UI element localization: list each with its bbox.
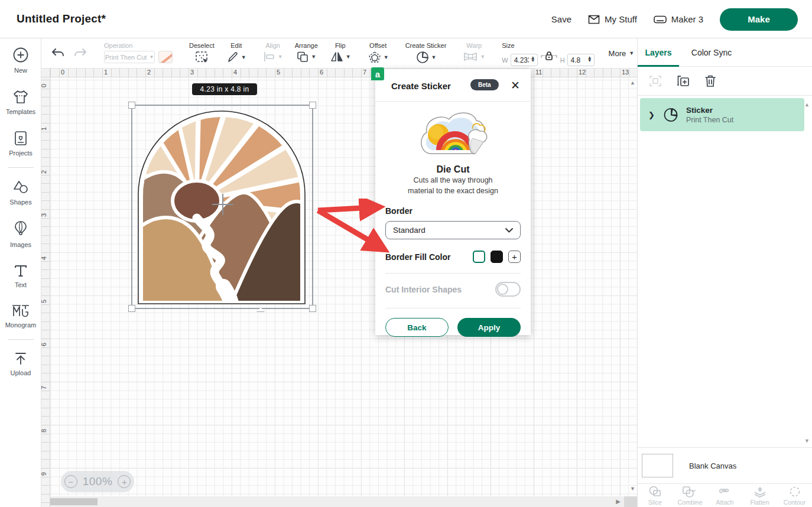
deselect-icon (194, 51, 209, 64)
scroll-up-icon[interactable]: ▲ (630, 80, 635, 86)
sidebar-item-templates[interactable]: Templates (0, 81, 41, 122)
fill-color-swatch-white[interactable] (473, 251, 485, 263)
sidebar-item-shapes[interactable]: Shapes (0, 171, 41, 213)
zoom-out-button[interactable]: − (64, 475, 77, 488)
redo-button[interactable] (73, 47, 87, 59)
align-button[interactable]: Align ▼ (257, 38, 289, 68)
scroll-right-icon[interactable]: ▶ (616, 498, 621, 505)
design-canvas[interactable]: 012345678910111213 0123456789 (41, 69, 637, 507)
border-dropdown[interactable]: Standard (385, 221, 521, 239)
tab-layers[interactable]: Layers (638, 38, 679, 66)
attach-button[interactable]: Attach (707, 484, 742, 507)
selection-handle-bottom-left[interactable] (128, 305, 135, 312)
projects-icon (13, 130, 28, 147)
group-icon[interactable] (648, 74, 662, 88)
size-lock-icon[interactable] (540, 51, 558, 66)
ruler-number: 0 (41, 84, 47, 87)
make-button[interactable]: Make (720, 8, 798, 31)
flatten-button[interactable]: Flatten (742, 484, 777, 507)
undo-button[interactable] (51, 47, 65, 59)
die-cut-illustration (418, 109, 488, 163)
more-button[interactable]: More▼ (600, 38, 643, 68)
canvas-background-row[interactable]: Blank Canvas (638, 447, 812, 483)
selection-handle-top-right[interactable] (309, 102, 316, 109)
ruler-number: 2 (41, 170, 47, 174)
ruler-number: 1 (41, 127, 47, 131)
deselect-button[interactable]: Deselect (183, 38, 220, 68)
sidebar-item-text[interactable]: Text (0, 255, 41, 295)
duplicate-icon[interactable] (676, 74, 690, 88)
sidebar-item-monogram[interactable]: Monogram (0, 295, 41, 336)
delete-icon[interactable] (704, 74, 717, 88)
flip-icon (330, 51, 344, 63)
ruler-number: 7 (41, 386, 47, 389)
ruler-number: 1 (104, 69, 108, 76)
ruler-number: 4 (233, 69, 237, 76)
contour-button[interactable]: Contour (777, 484, 812, 507)
offset-button[interactable]: Offset ▼ (362, 38, 395, 68)
sidebar-item-images[interactable]: Images (0, 213, 41, 255)
border-dropdown-value: Standard (393, 226, 426, 235)
selection-handle-top-left[interactable] (128, 102, 135, 109)
ruler-number: 3 (41, 213, 47, 217)
top-header: Untitled Project* Save My Stuff Maker 3 … (0, 0, 812, 38)
canvas-horizontal-scrollbar[interactable]: ▶ (50, 496, 629, 507)
layers-panel: Layers Color Sync ❯ Sticker Print Then C… (637, 38, 812, 507)
align-icon (263, 51, 276, 63)
create-sticker-panel: a Create Sticker Beta ✕ Die Cut Cuts all… (375, 69, 531, 335)
list-scroll-up-icon[interactable]: ▲ (804, 102, 810, 108)
width-stepper[interactable]: ▲▼ (531, 56, 535, 62)
add-color-button[interactable]: + (508, 251, 521, 263)
operation-color-swatch[interactable] (158, 51, 173, 63)
edit-button[interactable]: Edit ▼ (220, 38, 252, 68)
text-icon (13, 263, 28, 278)
images-icon (13, 220, 28, 238)
project-title: Untitled Project* (17, 12, 106, 25)
selection-handle-bottom-right[interactable] (309, 305, 316, 312)
monogram-icon (11, 303, 30, 318)
shapes-icon (12, 179, 30, 196)
flip-button[interactable]: Flip ▼ (324, 38, 357, 68)
create-sticker-button[interactable]: Create Sticker ▼ (399, 38, 453, 68)
close-icon[interactable]: ✕ (509, 79, 522, 92)
extension-icon[interactable]: a (371, 67, 384, 80)
height-stepper[interactable]: ▲▼ (587, 56, 592, 62)
machine-selector[interactable]: Maker 3 (654, 14, 703, 24)
sidebar-item-upload[interactable]: Upload (0, 343, 41, 384)
ruler-number: 9 (41, 472, 47, 476)
canvas-color-swatch[interactable] (642, 454, 673, 477)
scrollbar-thumb[interactable] (50, 498, 98, 505)
zoom-in-button[interactable]: + (118, 475, 131, 488)
list-scroll-down-icon[interactable]: ▼ (804, 438, 810, 444)
vertical-ruler: 0123456789 (41, 77, 50, 507)
save-button[interactable]: Save (551, 14, 571, 24)
upload-icon (13, 351, 28, 366)
ruler-number: 5 (41, 300, 47, 303)
warp-button[interactable]: Warp ▼ (457, 38, 491, 68)
operation-label: Operation (104, 42, 132, 49)
ruler-number: 4 (41, 256, 47, 260)
layer-item-sticker[interactable]: ❯ Sticker Print Then Cut (640, 98, 804, 131)
operation-dropdown[interactable]: Print Then Cut▼ (104, 51, 155, 63)
my-stuff-button[interactable]: My Stuff (588, 14, 637, 24)
sidebar-item-projects[interactable]: Projects (0, 122, 41, 164)
tab-color-sync[interactable]: Color Sync (679, 38, 744, 66)
arrange-button[interactable]: Arrange ▼ (289, 38, 324, 68)
size-tooltip: 4.23 in x 4.8 in (192, 83, 257, 95)
chevron-down-icon (505, 228, 513, 233)
zoom-level: 100% (83, 475, 113, 488)
my-stuff-icon (588, 15, 600, 24)
sidebar-item-new[interactable]: New (0, 38, 41, 81)
scroll-down-icon[interactable]: ▼ (630, 486, 635, 492)
cut-interior-shapes-toggle[interactable] (495, 282, 521, 297)
back-button[interactable]: Back (385, 318, 449, 337)
die-cut-title: Die Cut (385, 164, 521, 175)
ruler-corner (41, 69, 50, 77)
combine-button[interactable]: Combine (673, 484, 707, 507)
canvas-vertical-scrollbar[interactable]: ▲ ▼ (629, 77, 637, 496)
apply-button[interactable]: Apply (457, 318, 521, 337)
slice-button[interactable]: Slice (638, 484, 673, 507)
fill-color-swatch-black[interactable] (491, 251, 503, 263)
expand-chevron-icon[interactable]: ❯ (648, 110, 655, 119)
templates-icon (12, 89, 30, 105)
